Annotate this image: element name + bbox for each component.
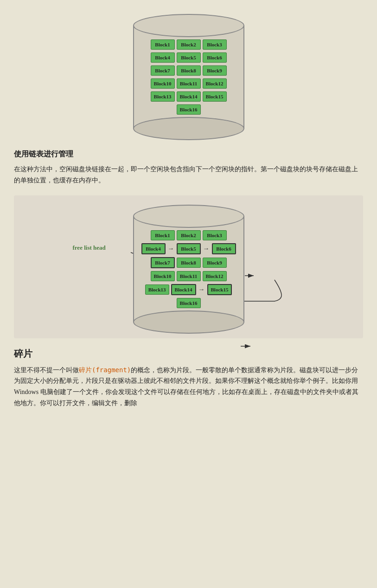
block: Block6 <box>203 52 227 63</box>
block: Block10 <box>151 78 175 89</box>
block: Block4 <box>151 52 175 63</box>
block-4-linked: Block4 <box>141 243 166 254</box>
block: Block5 <box>177 52 201 63</box>
blocks-row: Block13 Block14 → Block15 <box>145 284 232 295</box>
block-7-linked: Block7 <box>151 257 175 268</box>
cylinder-top <box>133 14 244 37</box>
blocks-row: Block10 Block11 Block12 <box>151 78 227 89</box>
free-list-head-label: free list head <box>73 244 106 252</box>
blocks-row: Block1 Block2 Block3 <box>151 39 227 50</box>
blocks-row: Block16 <box>177 298 201 308</box>
section-text-linked-list: 在这种方法中，空闲磁盘块链接在一起，即一个空闲块包含指向下一个空闲块的指针。第一… <box>14 164 363 186</box>
block: Block8 <box>177 65 201 76</box>
block: Block16 <box>177 104 201 115</box>
block: Block2 <box>177 39 201 50</box>
block: Block13 <box>151 91 175 102</box>
block: Block11 <box>177 271 201 281</box>
section-fragment: 碎片 这里不得不提一个叫做碎片(fragment)的概念，也称为片段。一般零散的… <box>14 348 363 409</box>
block: Block3 <box>203 39 227 50</box>
blocks-row: Block1 Block2 Block3 <box>151 230 227 240</box>
cylinder-bottom <box>133 117 244 140</box>
diagram1: Block1 Block2 Block3 Block4 Block5 Block… <box>14 14 363 140</box>
blocks-row: Block4 Block5 Block6 <box>151 52 227 63</box>
block: Block7 <box>151 65 175 76</box>
block: Block13 <box>145 284 169 295</box>
blocks-row: Block16 <box>177 104 201 115</box>
section-heading-linked-list: 使用链表进行管理 <box>14 149 363 159</box>
block-5-linked: Block5 <box>177 243 201 254</box>
block-14-linked: Block14 <box>171 284 196 295</box>
block: Block1 <box>151 39 175 50</box>
block: Block10 <box>151 271 175 281</box>
blocks-row: Block7 Block8 Block9 <box>151 65 227 76</box>
block: Block15 <box>203 91 227 102</box>
blocks-row: Block4 → Block5 → Block6 <box>141 243 236 254</box>
block: Block1 <box>151 230 175 240</box>
block: Block11 <box>177 78 201 89</box>
block: Block2 <box>177 230 201 240</box>
diagram2-wrapper: free list head <box>14 195 363 338</box>
block-15-linked: Block15 <box>207 284 232 295</box>
blocks-grid-2: Block1 Block2 Block3 Block4 → Block5 → B… <box>141 230 236 308</box>
cylinder2-top <box>133 205 244 228</box>
fragment-heading: 碎片 <box>14 348 363 360</box>
block: Block9 <box>203 258 227 268</box>
block: Block12 <box>203 271 227 281</box>
block: Block14 <box>177 91 201 102</box>
block: Block9 <box>203 65 227 76</box>
cylinder2-bottom <box>133 310 244 334</box>
cylinder-middle: Block1 Block2 Block3 Block4 Block5 Block… <box>133 26 244 129</box>
blocks-row: Block13 Block14 Block15 <box>151 91 227 102</box>
section-fragment-text: 这里不得不提一个叫做碎片(fragment)的概念，也称为片段。一般零散的单个数… <box>14 365 363 409</box>
block: Block3 <box>203 230 227 240</box>
blocks-row: Block7 Block8 Block9 <box>151 257 227 268</box>
block: Block12 <box>203 78 227 89</box>
cylinder2-middle: Block1 Block2 Block3 Block4 → Block5 → B… <box>133 216 244 322</box>
fragment-term: 碎片(fragment) <box>79 366 131 374</box>
block: Block16 <box>177 298 201 308</box>
blocks-row: Block10 Block11 Block12 <box>151 271 227 281</box>
arrow-right: → <box>168 245 174 252</box>
arrow-right: → <box>203 245 210 252</box>
section-linked-list: 使用链表进行管理 在这种方法中，空闲磁盘块链接在一起，即一个空闲块包含指向下一个… <box>14 149 363 186</box>
blocks-grid-1: Block1 Block2 Block3 Block4 Block5 Block… <box>141 39 236 115</box>
block: Block8 <box>177 258 201 268</box>
block-6-linked: Block6 <box>212 243 236 254</box>
fragment-text-before: 这里不得不提一个叫做 <box>14 367 79 374</box>
arrow-right: → <box>198 286 205 293</box>
